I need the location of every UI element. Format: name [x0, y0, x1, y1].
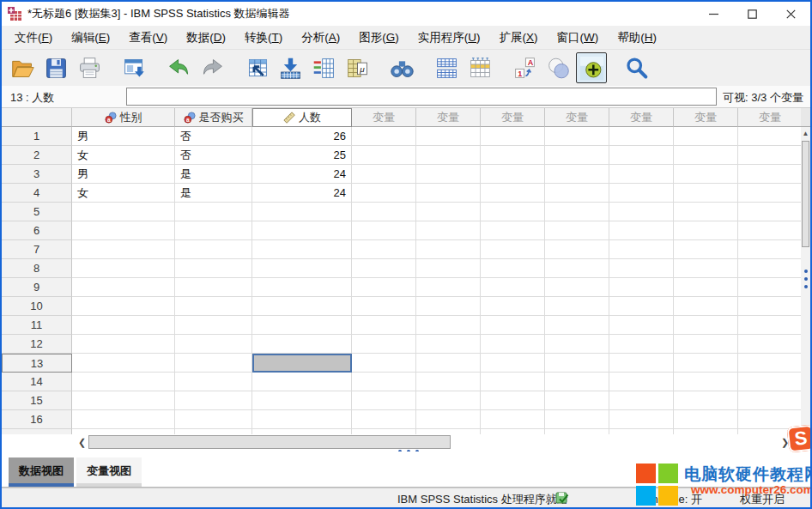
data-cell[interactable] — [252, 259, 352, 278]
menu-a[interactable]: 分析(A) — [292, 27, 349, 49]
menu-v[interactable]: 查看(V) — [119, 27, 177, 49]
row-header-5[interactable]: 5 — [2, 203, 72, 221]
empty-cell[interactable] — [674, 297, 738, 316]
empty-cell[interactable] — [416, 391, 481, 410]
data-cell[interactable]: 26 — [252, 127, 352, 146]
empty-cell[interactable] — [545, 165, 609, 184]
empty-cell[interactable] — [738, 184, 801, 203]
empty-cell[interactable] — [674, 373, 738, 391]
data-cell[interactable] — [175, 259, 252, 278]
data-cell[interactable]: 是 — [175, 165, 252, 184]
empty-cell[interactable] — [609, 259, 674, 278]
empty-cell[interactable] — [481, 373, 545, 391]
menu-e[interactable]: 编辑(E) — [62, 27, 119, 49]
row-header-11[interactable]: 11 — [2, 316, 72, 335]
column-header-1[interactable]: a性别 — [72, 108, 175, 127]
empty-cell[interactable] — [738, 221, 801, 240]
empty-cell[interactable] — [416, 146, 481, 165]
empty-column-header[interactable]: 变量 — [545, 108, 609, 127]
menu-h[interactable]: 帮助(H) — [608, 27, 666, 49]
empty-cell[interactable] — [352, 297, 416, 316]
empty-cell[interactable] — [481, 259, 545, 278]
empty-cell[interactable] — [609, 354, 674, 373]
column-header-2[interactable]: a是否购买 — [175, 108, 252, 127]
empty-cell[interactable] — [416, 221, 481, 240]
menu-t[interactable]: 转换(T) — [235, 27, 292, 49]
scroll-left-icon[interactable]: ❮ — [76, 435, 88, 450]
empty-cell[interactable] — [481, 391, 545, 410]
data-cell[interactable] — [175, 354, 252, 373]
tab-data-view[interactable]: 数据视图 — [9, 457, 74, 487]
empty-cell[interactable] — [609, 316, 674, 335]
data-cell[interactable] — [252, 221, 352, 240]
empty-cell[interactable] — [674, 354, 738, 373]
data-cell[interactable]: 女 — [72, 184, 175, 203]
empty-cell[interactable] — [545, 410, 609, 429]
descriptive-statistics-button[interactable]: μ — [342, 52, 373, 83]
menu-x[interactable]: 扩展(X) — [490, 27, 548, 49]
maximize-button[interactable] — [733, 2, 772, 26]
minimize-button[interactable] — [694, 2, 733, 26]
empty-cell[interactable] — [674, 184, 738, 203]
empty-cell[interactable] — [674, 259, 738, 278]
data-cell[interactable] — [72, 221, 175, 240]
empty-cell[interactable] — [352, 335, 416, 354]
empty-cell[interactable] — [738, 373, 801, 391]
empty-cell[interactable] — [352, 221, 416, 240]
save-button[interactable] — [40, 52, 71, 83]
show-all-variables-button[interactable] — [576, 52, 607, 83]
empty-cell[interactable] — [545, 316, 609, 335]
empty-column-header[interactable]: 变量 — [481, 108, 545, 127]
empty-cell[interactable] — [416, 259, 481, 278]
empty-cell[interactable] — [609, 297, 674, 316]
data-cell[interactable] — [175, 316, 252, 335]
data-cell[interactable] — [72, 278, 175, 297]
empty-cell[interactable] — [481, 127, 545, 146]
empty-cell[interactable] — [352, 259, 416, 278]
empty-cell[interactable] — [545, 146, 609, 165]
redo-button[interactable] — [197, 52, 227, 83]
data-cell[interactable] — [175, 278, 252, 297]
data-cell[interactable]: 男 — [72, 127, 175, 146]
empty-column-header[interactable]: 变量 — [609, 108, 674, 127]
grid-corner-header[interactable] — [2, 108, 72, 127]
empty-cell[interactable] — [481, 297, 545, 316]
empty-column-header[interactable]: 变量 — [352, 108, 416, 127]
empty-cell[interactable] — [481, 278, 545, 297]
data-cell[interactable] — [175, 297, 252, 316]
empty-cell[interactable] — [416, 203, 481, 221]
horizontal-scrollbar-thumb[interactable] — [88, 435, 451, 449]
empty-cell[interactable] — [545, 335, 609, 354]
empty-cell[interactable] — [352, 240, 416, 259]
empty-cell[interactable] — [738, 354, 801, 373]
row-header-9[interactable]: 9 — [2, 278, 72, 297]
empty-cell[interactable] — [674, 165, 738, 184]
empty-cell[interactable] — [609, 165, 674, 184]
data-cell[interactable] — [175, 335, 252, 354]
empty-cell[interactable] — [545, 297, 609, 316]
empty-cell[interactable] — [738, 316, 801, 335]
empty-cell[interactable] — [545, 278, 609, 297]
empty-cell[interactable] — [674, 391, 738, 410]
empty-cell[interactable] — [609, 278, 674, 297]
empty-cell[interactable] — [416, 184, 481, 203]
row-header-8[interactable]: 8 — [2, 259, 72, 278]
empty-cell[interactable] — [738, 335, 801, 354]
data-cell[interactable]: 25 — [252, 146, 352, 165]
data-cell[interactable] — [175, 391, 252, 410]
data-cell[interactable] — [175, 410, 252, 429]
data-cell[interactable] — [72, 391, 175, 410]
empty-cell[interactable] — [545, 354, 609, 373]
data-cell[interactable] — [72, 354, 175, 373]
empty-cell[interactable] — [545, 240, 609, 259]
empty-cell[interactable] — [609, 127, 674, 146]
empty-cell[interactable] — [416, 127, 481, 146]
empty-cell[interactable] — [481, 316, 545, 335]
data-cell[interactable]: 24 — [252, 184, 352, 203]
empty-cell[interactable] — [352, 127, 416, 146]
empty-cell[interactable] — [481, 354, 545, 373]
close-button[interactable] — [772, 2, 810, 26]
weight-cases-button[interactable] — [464, 52, 495, 83]
data-cell[interactable] — [252, 240, 352, 259]
empty-cell[interactable] — [416, 354, 481, 373]
